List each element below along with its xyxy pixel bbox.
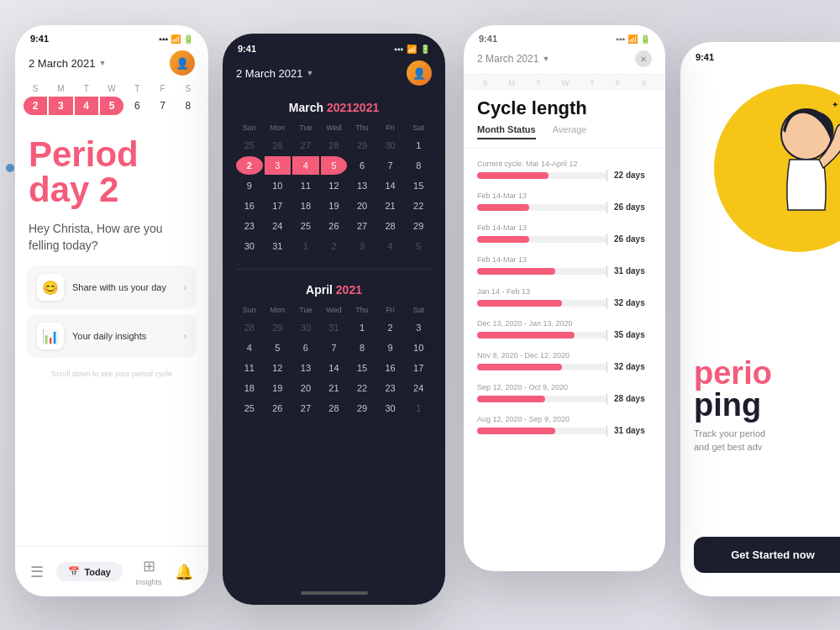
- a-28[interactable]: 28: [236, 318, 263, 337]
- m-27b[interactable]: 27: [349, 217, 375, 235]
- a-15[interactable]: 15: [349, 359, 375, 377]
- m-7[interactable]: 7: [377, 156, 404, 175]
- m-24[interactable]: 24: [265, 217, 291, 235]
- m-23[interactable]: 23: [236, 217, 263, 235]
- a-29b[interactable]: 29: [349, 399, 375, 417]
- a-10[interactable]: 10: [405, 339, 432, 357]
- wd-4[interactable]: 6: [125, 97, 149, 115]
- a-16[interactable]: 16: [377, 359, 404, 377]
- m-28b[interactable]: 28: [377, 217, 404, 235]
- m-27[interactable]: 27: [292, 136, 319, 155]
- a-30[interactable]: 30: [292, 318, 319, 337]
- m-4b[interactable]: 4: [377, 237, 404, 255]
- wd-5[interactable]: 7: [150, 97, 174, 115]
- m-10[interactable]: 10: [265, 176, 291, 195]
- m-16[interactable]: 16: [236, 197, 263, 215]
- m-15[interactable]: 15: [405, 176, 432, 195]
- a-23[interactable]: 23: [377, 379, 404, 397]
- m-9[interactable]: 9: [236, 176, 263, 195]
- a-2[interactable]: 2: [377, 318, 404, 337]
- p3-close-btn[interactable]: ✕: [635, 50, 652, 67]
- a-31[interactable]: 31: [321, 318, 348, 337]
- a-13[interactable]: 13: [292, 359, 319, 377]
- p3-date[interactable]: 2 March 2021 ▼: [477, 53, 549, 65]
- p2-date[interactable]: 2 March 2021 ▼: [236, 67, 313, 80]
- m-5b[interactable]: 5: [405, 237, 432, 255]
- a-7[interactable]: 7: [321, 339, 348, 357]
- m-26[interactable]: 26: [265, 136, 291, 155]
- a-20[interactable]: 20: [292, 379, 319, 397]
- a-29[interactable]: 29: [265, 318, 291, 337]
- m-5[interactable]: 5: [321, 156, 348, 175]
- m-3b[interactable]: 3: [349, 237, 375, 255]
- m-4[interactable]: 4: [292, 156, 319, 175]
- p1-nav-insights[interactable]: ⊞ Insights: [136, 557, 162, 586]
- p4-cta-button[interactable]: Get Started now: [694, 537, 840, 573]
- m-29b[interactable]: 29: [405, 217, 432, 235]
- p1-action-insights[interactable]: 📊 Your daily insights ›: [27, 314, 197, 358]
- wd-3[interactable]: 5: [100, 97, 123, 115]
- m-29[interactable]: 29: [349, 136, 375, 155]
- p1-avatar[interactable]: 👤: [170, 50, 195, 76]
- m-1[interactable]: 1: [405, 136, 432, 155]
- p1-nav-today[interactable]: 📅 Today: [56, 562, 123, 581]
- ci-3: Feb 14-Mar 13 31 days: [464, 249, 665, 281]
- a-12[interactable]: 12: [265, 359, 291, 377]
- a-17[interactable]: 17: [405, 359, 432, 377]
- m-28[interactable]: 28: [321, 136, 348, 155]
- a-22[interactable]: 22: [349, 379, 375, 397]
- wd-0[interactable]: 2: [24, 97, 47, 115]
- a-8[interactable]: 8: [349, 339, 375, 357]
- m-13[interactable]: 13: [349, 176, 375, 195]
- wd-1[interactable]: 3: [49, 97, 72, 115]
- a-4[interactable]: 4: [236, 339, 263, 357]
- a-27[interactable]: 27: [292, 399, 319, 417]
- a-9[interactable]: 9: [377, 339, 404, 357]
- a-19[interactable]: 19: [265, 379, 291, 397]
- a-5[interactable]: 5: [265, 339, 291, 357]
- m-1b[interactable]: 1: [292, 237, 319, 255]
- m-6[interactable]: 6: [349, 156, 375, 175]
- a-24[interactable]: 24: [405, 379, 432, 397]
- m-30[interactable]: 30: [377, 136, 404, 155]
- m-2[interactable]: 2: [236, 156, 263, 175]
- a-1[interactable]: 1: [349, 318, 375, 337]
- m-30b[interactable]: 30: [236, 237, 263, 255]
- a-25[interactable]: 25: [236, 399, 263, 417]
- wd-6[interactable]: 8: [176, 97, 200, 115]
- a-18[interactable]: 18: [236, 379, 263, 397]
- m-31[interactable]: 31: [265, 237, 291, 255]
- m-19[interactable]: 19: [321, 197, 348, 215]
- m-14[interactable]: 14: [377, 176, 404, 195]
- m-17[interactable]: 17: [265, 197, 291, 215]
- m-3[interactable]: 3: [265, 156, 291, 175]
- m-25[interactable]: 25: [236, 136, 263, 155]
- a-14[interactable]: 14: [321, 359, 348, 377]
- m-21[interactable]: 21: [377, 197, 404, 215]
- a-1b[interactable]: 1: [405, 399, 432, 417]
- a-26[interactable]: 26: [265, 399, 291, 417]
- p3-tab-month[interactable]: Month Status: [477, 124, 536, 139]
- a-3[interactable]: 3: [405, 318, 432, 337]
- p2-avatar[interactable]: 👤: [407, 60, 432, 86]
- p1-date[interactable]: 2 March 2021 ▼: [29, 57, 106, 70]
- m-11[interactable]: 11: [292, 176, 319, 195]
- m-20[interactable]: 20: [349, 197, 375, 215]
- p1-nav-menu[interactable]: ☰: [30, 563, 44, 581]
- a-21[interactable]: 21: [321, 379, 348, 397]
- a-28b[interactable]: 28: [321, 399, 348, 417]
- m-26b[interactable]: 26: [321, 217, 348, 235]
- m-18[interactable]: 18: [292, 197, 319, 215]
- a-30b[interactable]: 30: [377, 399, 404, 417]
- m-22[interactable]: 22: [405, 197, 432, 215]
- p1-nav-bell[interactable]: 🔔: [175, 563, 193, 581]
- a-6[interactable]: 6: [292, 339, 319, 357]
- m-2b[interactable]: 2: [321, 237, 348, 255]
- m-25b[interactable]: 25: [292, 217, 319, 235]
- m-8[interactable]: 8: [405, 156, 432, 175]
- a-11[interactable]: 11: [236, 359, 263, 377]
- m-12[interactable]: 12: [321, 176, 348, 195]
- p3-tab-average[interactable]: Average: [553, 124, 587, 139]
- p1-action-share[interactable]: 😊 Share with us your day ›: [27, 265, 197, 309]
- wd-2[interactable]: 4: [75, 97, 98, 115]
